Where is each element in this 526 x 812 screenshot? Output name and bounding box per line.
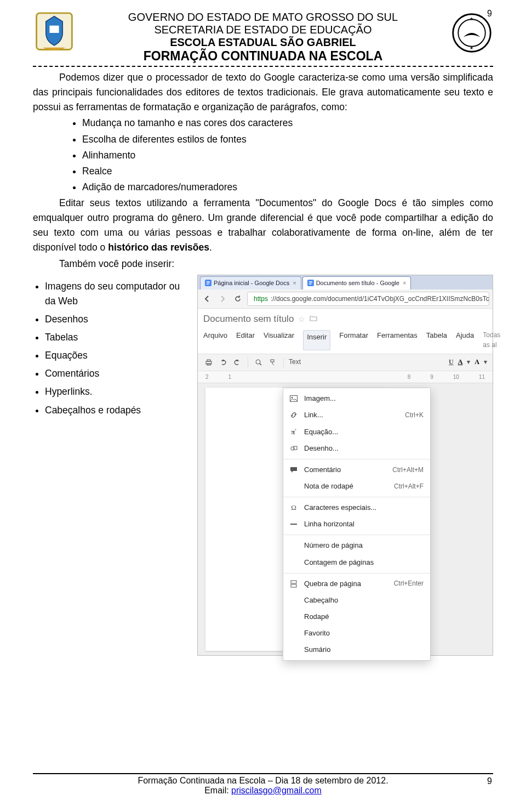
svg-rect-7: [207, 281, 210, 282]
browser-tab-2[interactable]: Documento sem título - Google ×: [302, 276, 411, 289]
underline-button[interactable]: U: [449, 357, 454, 367]
ruler-tick: 2: [205, 373, 209, 382]
print-icon[interactable]: [203, 357, 214, 368]
address-bar[interactable]: https://docs.google.com/document/d/1iC4T…: [247, 292, 489, 306]
ruler-tick: 8: [408, 373, 411, 382]
header-line-1: GOVERNO DO ESTADO DE MATO GROSSO DO SUL: [81, 11, 445, 24]
url-rest: ://docs.google.com/document/d/1iC4TvObjX…: [271, 294, 489, 304]
footer-rule: [33, 773, 493, 774]
menu-item-label: Desenho...: [304, 443, 339, 454]
zoom-icon[interactable]: [253, 357, 264, 368]
menu-item[interactable]: Rodapé: [283, 609, 430, 625]
menu-item-label: Cabeçalho: [304, 595, 338, 606]
svg-line-19: [260, 364, 261, 365]
blank-icon: [289, 541, 299, 550]
paint-format-icon[interactable]: [267, 357, 278, 368]
text-color-chevron-icon[interactable]: ▾: [467, 357, 470, 367]
reload-button[interactable]: [232, 293, 244, 305]
menu-item[interactable]: Favorito: [283, 625, 430, 641]
menu-formatar[interactable]: Formatar: [339, 330, 368, 350]
menu-item[interactable]: π²Equação...: [283, 424, 430, 440]
footer-email-label: Email:: [204, 786, 231, 795]
menu-item-label: Sumário: [304, 644, 330, 655]
menu-item[interactable]: Contagem de páginas: [283, 554, 430, 571]
docs-favicon-icon: [205, 280, 211, 286]
browser-nav: https://docs.google.com/document/d/1iC4T…: [198, 289, 493, 309]
svg-rect-13: [309, 284, 311, 285]
list-item: Desenhos: [45, 312, 186, 327]
blank-icon: [289, 595, 299, 605]
ruler-tick: 10: [453, 373, 459, 382]
text-color-button[interactable]: A: [458, 357, 463, 367]
blank-icon: [289, 612, 299, 622]
paragraph-2c: .: [209, 242, 212, 253]
menu-item[interactable]: Cabeçalho: [283, 592, 430, 609]
ruler: 2 1 8 9 10 11: [198, 371, 493, 384]
styles-dropdown[interactable]: Text: [289, 357, 301, 367]
forward-button[interactable]: [216, 293, 228, 305]
close-icon[interactable]: ×: [403, 279, 406, 288]
svg-rect-16: [207, 360, 210, 361]
list-item: Imagens do seu computador ou da Web: [45, 279, 186, 309]
paragraph-2-bold: histórico das revisões: [108, 242, 209, 253]
paragraph-2a: Editar seus textos utilizando a ferramen…: [33, 197, 493, 253]
highlight-chevron-icon[interactable]: ▾: [484, 357, 487, 367]
docs-body: 2 1 8 9 10 11 Esc Imagem.: [198, 371, 493, 656]
image-icon: [289, 394, 299, 404]
svg-rect-8: [207, 282, 210, 283]
menu-item-label: Número de página: [304, 540, 363, 551]
url-scheme: https: [254, 294, 268, 304]
menu-item-label: Equação...: [304, 427, 338, 438]
menu-item[interactable]: Número de página: [283, 537, 430, 554]
menu-arquivo[interactable]: Arquivo: [203, 330, 227, 350]
redo-icon[interactable]: [232, 357, 243, 368]
menu-item[interactable]: Sumário: [283, 641, 430, 658]
footer-line: Formação Continuada na Escola – Dia 18 d…: [138, 776, 388, 785]
menu-visualizar[interactable]: Visualizar: [264, 330, 294, 350]
folder-icon[interactable]: [310, 312, 317, 326]
paragraph-3: Também você pode inserir:: [33, 257, 493, 271]
break-icon: [289, 579, 299, 589]
menu-item-label: Quebra de página: [304, 578, 361, 589]
toolbar-separator: [248, 357, 248, 367]
close-icon[interactable]: ×: [293, 279, 296, 288]
blank-icon: [289, 628, 299, 638]
highlight-color-button[interactable]: A: [474, 357, 479, 367]
menu-item[interactable]: ΩCaracteres especiais...: [283, 499, 430, 516]
header-line-4: FORMAÇÃO CONTINUADA NA ESCOLA: [81, 49, 445, 64]
back-button[interactable]: [201, 293, 213, 305]
list-item: Comentários: [45, 366, 186, 381]
menu-separator: [283, 459, 430, 459]
menu-ajuda[interactable]: Ajuda: [456, 330, 474, 350]
list-item: Mudança no tamanho e nas cores dos carac…: [82, 116, 493, 130]
header-line-3: ESCOLA ESTADUAL SÃO GABRIEL: [81, 36, 445, 49]
footer-email-link[interactable]: priscilasgo@gmail.com: [231, 786, 322, 795]
menu-ferramentas[interactable]: Ferramentas: [377, 330, 418, 350]
undo-icon[interactable]: [218, 357, 228, 368]
feature-list: Mudança no tamanho e nas cores dos carac…: [33, 116, 493, 195]
menu-separator: [283, 573, 430, 573]
menu-editar[interactable]: Editar: [236, 330, 255, 350]
drawing-icon: [289, 444, 299, 453]
menu-item-shortcut: Ctrl+Enter: [394, 578, 424, 589]
menu-inserir[interactable]: Inserir: [303, 330, 330, 350]
menu-item-label: Nota de rodapé: [304, 481, 353, 492]
menu-item[interactable]: Link...Ctrl+K: [283, 407, 430, 423]
menu-item-shortcut: Ctrl+Alt+F: [394, 481, 424, 492]
star-icon[interactable]: ☆: [298, 314, 305, 326]
svg-rect-12: [309, 282, 312, 283]
menu-item[interactable]: Quebra de páginaCtrl+Enter: [283, 576, 430, 592]
list-item: Equações: [45, 348, 186, 363]
menu-tabela[interactable]: Tabela: [426, 330, 447, 350]
menu-item-shortcut: Ctrl+K: [405, 410, 424, 421]
doc-title[interactable]: Documento sem título: [203, 312, 294, 326]
menu-item[interactable]: Nota de rodapéCtrl+Alt+F: [283, 478, 430, 495]
state-crest-icon: [33, 11, 76, 55]
browser-tab-1[interactable]: Página inicial - Google Docs ×: [200, 276, 301, 289]
menu-item[interactable]: Linha horizontal: [283, 516, 430, 532]
menu-item[interactable]: Imagem...: [283, 390, 430, 407]
menu-item[interactable]: ComentárioCtrl+Alt+M: [283, 462, 430, 478]
menu-item-label: Caracteres especiais...: [304, 502, 376, 513]
menu-item[interactable]: Desenho...: [283, 440, 430, 457]
tab-2-label: Documento sem título - Google: [316, 279, 399, 288]
